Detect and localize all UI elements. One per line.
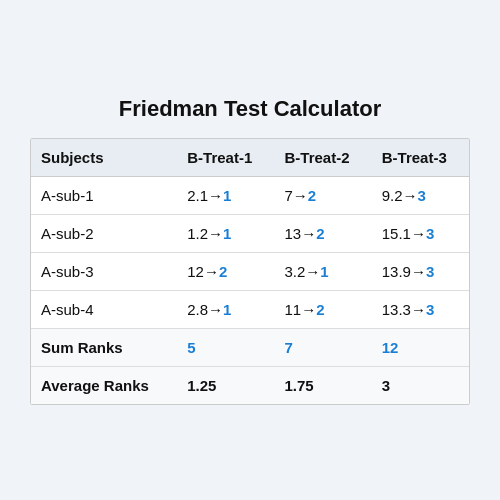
cell-t3: 13.3→3 bbox=[372, 290, 469, 328]
avg-label: Average Ranks bbox=[31, 366, 177, 404]
sum-row: Sum Ranks5712 bbox=[31, 328, 469, 366]
table-row: A-sub-42.8→111→213.3→3 bbox=[31, 290, 469, 328]
sum-label: Sum Ranks bbox=[31, 328, 177, 366]
cell-subject: A-sub-4 bbox=[31, 290, 177, 328]
col-header-treat3: B-Treat-3 bbox=[372, 139, 469, 177]
cell-t3: 13.9→3 bbox=[372, 252, 469, 290]
cell-t2: 7→2 bbox=[274, 176, 371, 214]
avg-t2: 1.75 bbox=[274, 366, 371, 404]
table-header-row: Subjects B-Treat-1 B-Treat-2 B-Treat-3 bbox=[31, 139, 469, 177]
avg-t3: 3 bbox=[372, 366, 469, 404]
cell-subject: A-sub-1 bbox=[31, 176, 177, 214]
cell-subject: A-sub-3 bbox=[31, 252, 177, 290]
col-header-subjects: Subjects bbox=[31, 139, 177, 177]
cell-t3: 9.2→3 bbox=[372, 176, 469, 214]
table-wrapper: Subjects B-Treat-1 B-Treat-2 B-Treat-3 A… bbox=[30, 138, 470, 405]
cell-t1: 2.1→1 bbox=[177, 176, 274, 214]
col-header-treat1: B-Treat-1 bbox=[177, 139, 274, 177]
table-row: A-sub-12.1→17→29.2→3 bbox=[31, 176, 469, 214]
friedman-table: Subjects B-Treat-1 B-Treat-2 B-Treat-3 A… bbox=[31, 139, 469, 404]
table-row: A-sub-312→23.2→113.9→3 bbox=[31, 252, 469, 290]
cell-t2: 11→2 bbox=[274, 290, 371, 328]
cell-t3: 15.1→3 bbox=[372, 214, 469, 252]
table-row: A-sub-21.2→113→215.1→3 bbox=[31, 214, 469, 252]
avg-row: Average Ranks1.251.753 bbox=[31, 366, 469, 404]
cell-t2: 13→2 bbox=[274, 214, 371, 252]
cell-t2: 3.2→1 bbox=[274, 252, 371, 290]
page-title: Friedman Test Calculator bbox=[30, 96, 470, 122]
col-header-treat2: B-Treat-2 bbox=[274, 139, 371, 177]
cell-t1: 12→2 bbox=[177, 252, 274, 290]
cell-t1: 1.2→1 bbox=[177, 214, 274, 252]
calculator-container: Friedman Test Calculator Subjects B-Trea… bbox=[10, 80, 490, 421]
cell-t1: 2.8→1 bbox=[177, 290, 274, 328]
avg-t1: 1.25 bbox=[177, 366, 274, 404]
sum-t3: 12 bbox=[372, 328, 469, 366]
sum-t1: 5 bbox=[177, 328, 274, 366]
sum-t2: 7 bbox=[274, 328, 371, 366]
cell-subject: A-sub-2 bbox=[31, 214, 177, 252]
